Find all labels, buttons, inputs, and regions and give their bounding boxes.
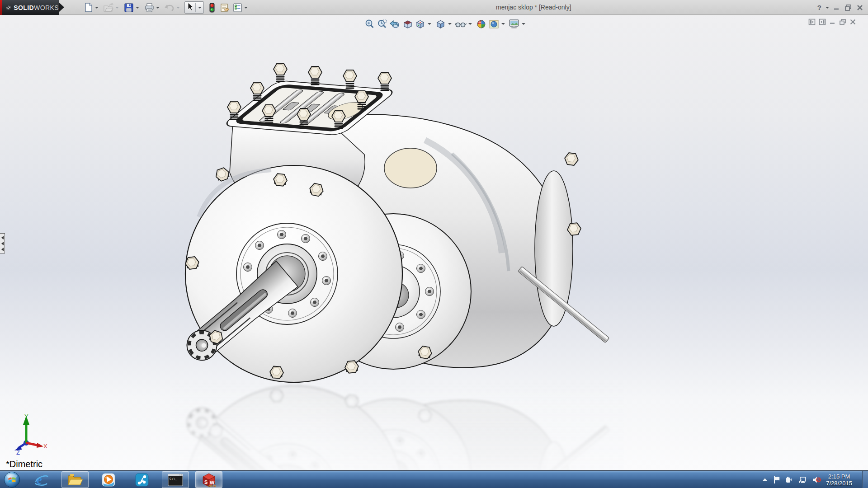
- view-orientation-label: *Dimetric: [6, 459, 42, 469]
- restore-button[interactable]: [844, 4, 852, 11]
- document-window-controls: [808, 19, 856, 25]
- tray-date: 7/28/2015: [826, 480, 852, 487]
- hide-show-items-dropdown[interactable]: [468, 23, 472, 25]
- undo-icon: [164, 2, 175, 13]
- view-orientation-dropdown[interactable]: [428, 23, 431, 25]
- previous-view-button[interactable]: [389, 18, 401, 30]
- minimize-button[interactable]: [833, 4, 840, 11]
- triad-z-label: Z: [16, 449, 20, 455]
- taskbar: e: [0, 470, 868, 488]
- save-icon: [123, 2, 134, 13]
- taskbar-internet-explorer[interactable]: e: [28, 471, 55, 488]
- select-button[interactable]: [184, 1, 204, 14]
- action-center-flag-icon[interactable]: [773, 476, 780, 484]
- feature-pane-flyout-tab[interactable]: [0, 233, 5, 253]
- rebuild-traffic-light-icon: [207, 2, 217, 13]
- print-icon: [144, 2, 155, 13]
- document-close-button[interactable]: [849, 19, 856, 25]
- help-dropdown[interactable]: [826, 7, 829, 9]
- zoom-to-area-button[interactable]: [376, 18, 388, 30]
- graphics-area[interactable]: Y X Z *Dimetric: [0, 15, 868, 470]
- select-dropdown[interactable]: [198, 7, 202, 9]
- save-button[interactable]: [123, 2, 142, 13]
- options-button[interactable]: [232, 2, 250, 13]
- select-separator: [195, 3, 196, 12]
- section-view-button[interactable]: [401, 18, 413, 30]
- titlebar-controls: ?: [817, 0, 863, 15]
- open-dropdown[interactable]: [115, 7, 119, 9]
- tray-time: 2:15 PM: [826, 473, 852, 480]
- edit-appearance-button[interactable]: [475, 18, 487, 30]
- expand-right-pane-button[interactable]: [819, 19, 826, 25]
- document-title: menjac sklop * [Read-only]: [496, 4, 571, 11]
- hide-show-items-button[interactable]: [455, 18, 467, 30]
- save-dropdown[interactable]: [136, 7, 139, 9]
- svg-text:X: X: [43, 443, 47, 450]
- zoom-to-fit-button[interactable]: [363, 18, 375, 30]
- help-button[interactable]: ?: [817, 4, 821, 11]
- logo-text: SOLIDWORKS: [14, 4, 59, 11]
- share-app-icon: [135, 473, 149, 487]
- taskbar-media-player[interactable]: [95, 471, 122, 488]
- menu-flyout-arrow[interactable]: [59, 3, 64, 12]
- gearbox-assembly-3d-model[interactable]: [172, 36, 624, 470]
- undo-button[interactable]: [164, 2, 183, 13]
- open-button[interactable]: [103, 2, 122, 13]
- network-icon[interactable]: [798, 476, 807, 484]
- view-settings-dropdown[interactable]: [522, 23, 525, 25]
- system-tray: 2:15 PM 7/28/2015: [762, 471, 861, 488]
- print-button[interactable]: [144, 2, 162, 13]
- show-hidden-icons-button[interactable]: [762, 478, 768, 482]
- taskbar-command-prompt[interactable]: C:\_: [162, 471, 189, 488]
- open-icon: [103, 2, 114, 13]
- flyout-arrow-icon: [1, 248, 4, 251]
- collapse-left-pane-button[interactable]: [808, 19, 816, 25]
- svg-text:S: S: [204, 479, 208, 485]
- apply-scene-button[interactable]: [488, 18, 500, 30]
- svg-text:Y: Y: [24, 413, 28, 420]
- new-dropdown[interactable]: [95, 7, 99, 9]
- options-dropdown[interactable]: [244, 7, 248, 9]
- document-minimize-button[interactable]: [829, 19, 836, 25]
- svg-text:C:\_: C:\_: [170, 477, 178, 481]
- solidworks-logo-icon: [6, 3, 11, 12]
- taskbar-apps: e: [28, 471, 222, 488]
- show-desktop-button[interactable]: [862, 471, 868, 488]
- heads-up-view-toolbar: [363, 17, 528, 31]
- media-player-icon: [101, 473, 116, 487]
- start-button[interactable]: [4, 471, 20, 488]
- taskbar-windows-explorer[interactable]: [61, 471, 89, 488]
- command-prompt-icon: C:\_: [168, 474, 183, 486]
- view-orientation-button[interactable]: [414, 18, 426, 30]
- folder-icon: [67, 473, 83, 487]
- taskbar-solidworks[interactable]: S W 2015: [195, 471, 222, 488]
- display-style-button[interactable]: [434, 18, 446, 30]
- power-plug-icon[interactable]: [785, 476, 793, 484]
- document-restore-button[interactable]: [839, 19, 846, 25]
- taskbar-share-app[interactable]: [128, 471, 156, 488]
- options-icon: [232, 2, 243, 13]
- view-settings-button[interactable]: [508, 18, 520, 30]
- solidworks-2015-icon: S W 2015: [202, 473, 216, 487]
- close-button[interactable]: [856, 4, 863, 11]
- triad-y-axis: Y: [23, 413, 29, 443]
- taskbar-clock[interactable]: 2:15 PM 7/28/2015: [826, 473, 852, 487]
- volume-muted-icon[interactable]: [812, 476, 821, 484]
- flyout-arrow-icon: [1, 242, 4, 245]
- new-icon: [83, 2, 94, 13]
- standard-toolbar: [83, 1, 252, 14]
- flyout-arrow-icon: [1, 236, 4, 239]
- new-button[interactable]: [83, 2, 101, 13]
- solidworks-window: SOLIDWORKS: [0, 0, 868, 488]
- rebuild-button[interactable]: [207, 2, 217, 13]
- display-style-dropdown[interactable]: [448, 23, 452, 25]
- print-dropdown[interactable]: [156, 7, 160, 9]
- solidworks-logo[interactable]: SOLIDWORKS: [2, 0, 59, 15]
- select-icon: [186, 2, 194, 13]
- reference-triad[interactable]: Y X Z: [8, 412, 49, 455]
- apply-scene-dropdown[interactable]: [501, 23, 505, 25]
- file-properties-icon: [219, 2, 230, 13]
- svg-text:2015: 2015: [208, 483, 216, 487]
- file-properties-button[interactable]: [219, 2, 230, 13]
- undo-dropdown[interactable]: [176, 7, 180, 9]
